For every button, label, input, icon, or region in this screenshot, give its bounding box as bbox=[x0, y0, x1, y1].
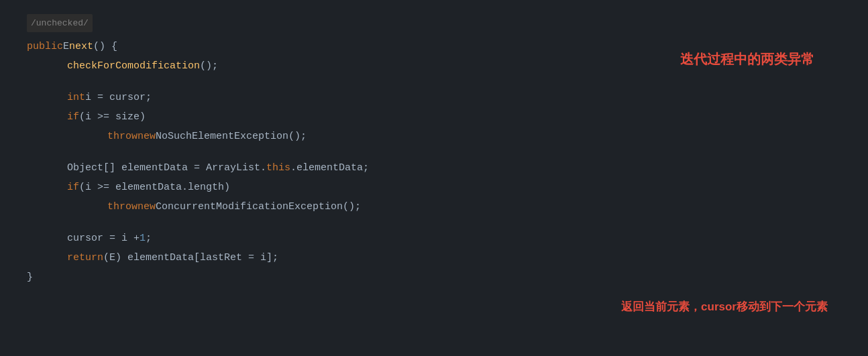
check-semi: (); bbox=[200, 57, 218, 75]
obj-text1: Object[] elementData = ArrayList. bbox=[67, 159, 266, 177]
type-E: E bbox=[63, 38, 69, 56]
line-obj: Object[] elementData = ArrayList. this .… bbox=[0, 158, 868, 178]
kw-int: int bbox=[67, 88, 85, 107]
exception1: NoSuchElementException(); bbox=[156, 127, 307, 145]
line-close: } bbox=[0, 268, 868, 287]
bottom-annotation: 返回当前元素，cursor移动到下一个元素 bbox=[621, 299, 828, 314]
kw-throw1: throw bbox=[107, 127, 138, 145]
exception2: ConcurrentModificationException(); bbox=[156, 198, 361, 216]
if2-cond: (i >= elementData.length) bbox=[79, 178, 230, 196]
line-throw1: throw new NoSuchElementException(); bbox=[0, 127, 868, 146]
check-fn: checkForComodification bbox=[67, 57, 200, 75]
kw-if2: if bbox=[67, 178, 79, 196]
line-if1: if (i >= size) bbox=[0, 107, 868, 127]
method-name: next bbox=[69, 38, 93, 56]
line-if2: if (i >= elementData.length) bbox=[0, 178, 868, 197]
line-cursor: cursor = i + 1 ; bbox=[0, 229, 868, 248]
top-annotation: 迭代过程中的两类异常 bbox=[680, 50, 814, 68]
kw-throw2: throw bbox=[107, 198, 138, 216]
close-brace: } bbox=[27, 268, 33, 286]
line-return: return (E) elementData[lastRet = i]; bbox=[0, 248, 868, 268]
obj-text2: .elementData; bbox=[290, 159, 369, 177]
blank-line-1 bbox=[0, 76, 868, 88]
cursor-semi: ; bbox=[146, 229, 152, 247]
kw-new2: new bbox=[138, 198, 156, 216]
line-int: int i = cursor; bbox=[0, 88, 868, 107]
return-expr: (E) elementData[lastRet = i]; bbox=[103, 249, 278, 267]
blank-line-2 bbox=[0, 146, 868, 158]
kw-return: return bbox=[67, 249, 103, 267]
kw-new1: new bbox=[138, 127, 156, 145]
blank-line-3 bbox=[0, 217, 868, 229]
kw-this: this bbox=[266, 159, 290, 177]
path-text: /unchecked/ bbox=[27, 14, 93, 32]
cursor-assign: cursor = i + bbox=[67, 229, 140, 247]
number-1: 1 bbox=[140, 229, 146, 247]
paren: () { bbox=[93, 38, 117, 56]
if1-cond: (i >= size) bbox=[79, 108, 146, 126]
path-comment: /unchecked/ bbox=[0, 13, 868, 33]
code-panel: /unchecked/ public E next () { checkForC… bbox=[0, 0, 868, 300]
kw-if1: if bbox=[67, 108, 79, 126]
int-rest: i = cursor; bbox=[85, 88, 152, 107]
line-throw2: throw new ConcurrentModificationExceptio… bbox=[0, 197, 868, 217]
kw-public: public bbox=[27, 38, 63, 56]
